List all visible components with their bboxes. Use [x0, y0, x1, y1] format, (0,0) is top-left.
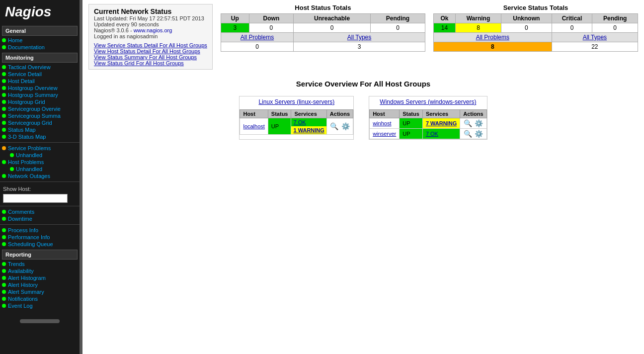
sidebar-item-tactical-overview[interactable]: Tactical Overview: [0, 64, 80, 71]
host-all-problems-link[interactable]: All Problems: [221, 33, 293, 42]
winserver-search-icon[interactable]: 🔍: [464, 130, 472, 138]
sidebar-item-hp-unhandled[interactable]: Unhandled: [0, 166, 80, 173]
svc-val-warning[interactable]: 8: [455, 23, 501, 33]
sidebar-item-servicegroup-summary[interactable]: Servicegroup Summa: [0, 112, 80, 119]
reporting-section-label: Reporting: [2, 250, 78, 260]
sidebar-item-host-problems[interactable]: Host Problems: [0, 159, 80, 166]
linux-host-localhost: localhost: [240, 118, 268, 135]
action-icon[interactable]: ⚙️: [341, 122, 350, 130]
sidebar-item-alert-history[interactable]: Alert History: [0, 281, 80, 288]
link-status-summary[interactable]: View Status Summary For All Host Groups: [94, 54, 207, 60]
linux-localhost-actions: 🔍 ⚙️: [326, 118, 353, 135]
show-host-input[interactable]: [3, 194, 68, 203]
hs-dot: [2, 93, 6, 97]
svc-th-ok[interactable]: Ok: [433, 14, 455, 23]
winserver-link[interactable]: winserver: [373, 131, 396, 137]
sidebar-item-hostgroup-overview[interactable]: Hostgroup Overview: [0, 85, 80, 91]
sidebar-item-alert-summary[interactable]: Alert Summary: [0, 288, 80, 295]
sidebar-item-3d-status-map[interactable]: 3-D Status Map: [0, 133, 80, 140]
main-content: Current Network Status Last Updated: Fri…: [82, 0, 644, 354]
sidebar-item-servicegroup-overview[interactable]: Servicegroup Overvie: [0, 105, 80, 112]
svc-val-unknown[interactable]: 0: [501, 23, 552, 33]
search-icon[interactable]: 🔍: [330, 122, 338, 130]
avail-dot: [2, 269, 6, 273]
sidebar-item-service-problems[interactable]: Service Problems: [0, 145, 80, 152]
sidebar-item-sp-unhandled[interactable]: Unhandled: [0, 152, 80, 159]
sidebar-item-availability[interactable]: Availability: [0, 267, 80, 274]
win-host-winserver: winserver: [370, 129, 400, 139]
service-overview-title: Service Overview For All Host Groups: [88, 80, 638, 88]
service-overview-section: Service Overview For All Host Groups Lin…: [88, 80, 638, 140]
host-th-pending[interactable]: Pending: [371, 14, 425, 23]
host-th-unreachable[interactable]: Unreachable: [294, 14, 371, 23]
win-col-status: Status: [400, 110, 423, 118]
svc-val-ok[interactable]: 14: [433, 23, 455, 33]
downtime-dot: [2, 217, 6, 221]
sidebar-item-network-outages[interactable]: Network Outages: [0, 173, 80, 179]
linux-localhost-status: UP: [268, 118, 291, 135]
sidebar-item-alert-histogram[interactable]: Alert Histogram: [0, 274, 80, 281]
linux-servers-title: Linux Servers (linux-servers): [240, 96, 353, 107]
table-row: winhost UP 7 WARNING 🔍 ⚙️: [370, 118, 486, 129]
host-th-down[interactable]: Down: [249, 14, 294, 23]
sidebar-item-comments[interactable]: Comments: [0, 208, 80, 215]
host-val-unreachable[interactable]: 0: [294, 23, 371, 33]
sidebar-item-hostgroup-grid[interactable]: Hostgroup Grid: [0, 98, 80, 105]
nagios-url[interactable]: www.nagios.org: [134, 27, 172, 33]
host-all-types-link[interactable]: All Types: [294, 33, 425, 42]
ho-dot: [2, 86, 6, 90]
sidebar-item-process-info[interactable]: Process Info: [0, 227, 80, 234]
service-status-totals: Service Status Totals Ok Warning Unknown…: [433, 4, 638, 52]
winhost-link[interactable]: winhost: [373, 120, 391, 126]
sidebar-item-performance-info[interactable]: Performance Info: [0, 234, 80, 241]
host-groups-container: Linux Servers (linux-servers) Host Statu…: [88, 96, 638, 140]
windows-servers-link[interactable]: Windows Servers (windows-servers): [380, 98, 476, 105]
sidebar-item-home[interactable]: Home: [0, 37, 80, 44]
host-all-problems-val[interactable]: 0: [221, 42, 293, 52]
svc-all-types-val[interactable]: 22: [552, 42, 638, 52]
winhost-search-icon[interactable]: 🔍: [464, 119, 472, 127]
sidebar-item-downtime[interactable]: Downtime: [0, 215, 80, 222]
host-val-up[interactable]: 3: [221, 23, 249, 33]
network-status-box: Current Network Status Last Updated: Fri…: [88, 4, 213, 70]
service-status-title: Service Status Totals: [433, 4, 638, 11]
localhost-link[interactable]: localhost: [243, 123, 264, 129]
winserver-action-icon[interactable]: ⚙️: [475, 130, 483, 138]
sidebar-item-trends[interactable]: Trends: [0, 261, 80, 267]
svc-all-problems-val[interactable]: 8: [433, 42, 552, 52]
host-val-pending[interactable]: 0: [371, 23, 425, 33]
svc-val-critical[interactable]: 0: [552, 23, 592, 33]
svc-th-critical[interactable]: Critical: [552, 14, 592, 23]
linux-servers-link[interactable]: Linux Servers (linux-servers): [258, 98, 334, 105]
svc-all-types-link[interactable]: All Types: [552, 33, 638, 42]
winserver-services[interactable]: 7 OK: [422, 129, 460, 139]
win-col-services: Services: [422, 110, 460, 118]
host-th-up[interactable]: Up: [221, 14, 249, 23]
localhost-ok-services[interactable]: 7 OK: [291, 118, 326, 126]
svc-th-warning[interactable]: Warning: [455, 14, 501, 23]
link-host-status-detail[interactable]: View Host Status Detail For All Host Gro…: [94, 48, 207, 54]
host-all-types-val[interactable]: 3: [294, 42, 425, 52]
sidebar-item-service-detail[interactable]: Service Detail: [0, 71, 80, 78]
host-val-down[interactable]: 0: [249, 23, 294, 33]
winhost-services[interactable]: 7 WARNING: [422, 118, 460, 129]
sidebar-item-notifications[interactable]: Notifications: [0, 295, 80, 302]
sidebar-item-scheduling-queue[interactable]: Scheduling Queue: [0, 241, 80, 248]
winhost-status: UP: [400, 118, 423, 129]
svc-th-pending[interactable]: Pending: [592, 14, 638, 23]
svc-all-problems-link[interactable]: All Problems: [433, 33, 552, 42]
svc-val-pending[interactable]: 0: [592, 23, 638, 33]
sidebar-scrollbar[interactable]: [20, 319, 60, 323]
localhost-warning-services[interactable]: 1 WARNING: [291, 126, 326, 134]
sidebar-item-hostgroup-summary[interactable]: Hostgroup Summary: [0, 91, 80, 98]
winhost-action-icon[interactable]: ⚙️: [475, 119, 483, 127]
link-service-status-detail[interactable]: View Service Status Detail For All Host …: [94, 42, 207, 48]
sidebar-item-documentation[interactable]: Documentation: [0, 44, 80, 51]
sidebar-item-status-map[interactable]: Status Map: [0, 126, 80, 133]
last-updated: Last Updated: Fri May 17 22:57:51 PDT 20…: [94, 15, 207, 21]
sidebar-item-host-detail[interactable]: Host Detail: [0, 78, 80, 85]
link-status-grid[interactable]: View Status Grid For All Host Groups: [94, 60, 207, 66]
sidebar-item-event-log[interactable]: Event Log: [0, 302, 80, 309]
svc-th-unknown[interactable]: Unknown: [501, 14, 552, 23]
sidebar-item-servicegroup-grid[interactable]: Servicegroup Grid: [0, 119, 80, 126]
